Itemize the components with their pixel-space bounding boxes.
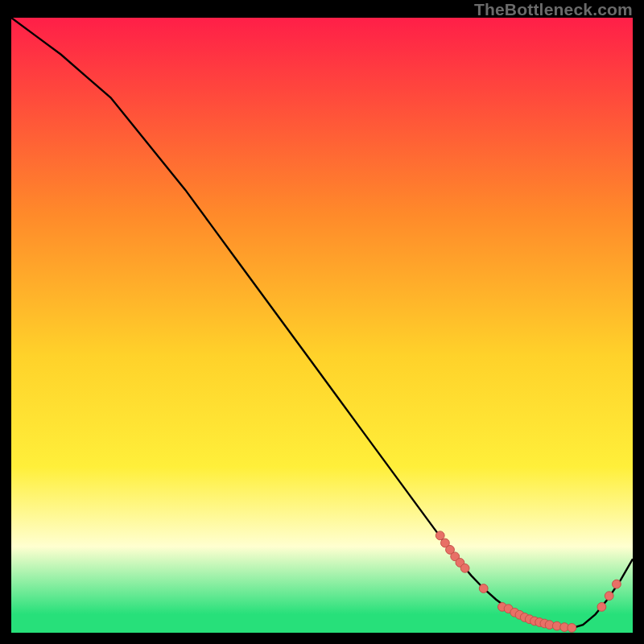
- watermark-text: TheBottleneck.com: [474, 0, 633, 19]
- plot-panel: [11, 18, 633, 633]
- chart-stage: TheBottleneck.com: [0, 0, 644, 644]
- svg-rect-0: [11, 18, 633, 633]
- background-gradient: [11, 18, 633, 633]
